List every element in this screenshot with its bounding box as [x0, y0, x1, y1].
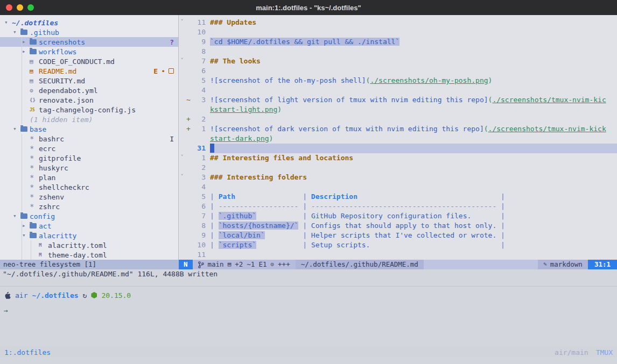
tree-item-workflows[interactable]: ▸workflows	[0, 47, 178, 56]
tree-item-alacritty-toml[interactable]: Malacritty.toml	[0, 240, 178, 250]
apple-icon	[4, 291, 11, 299]
tree-item-github[interactable]: ▾.github	[0, 27, 178, 37]
chevron-right-icon[interactable]: ▸	[22, 221, 30, 231]
text-segment: |	[210, 202, 219, 210]
editor-line[interactable]: 5| Path | Description |	[179, 192, 617, 202]
line-text: kstart-light.png)	[210, 105, 617, 115]
text-segment: |	[210, 241, 219, 249]
indent-guide	[13, 221, 22, 231]
prompt-arrow[interactable]: →	[4, 306, 8, 316]
chevron-down-icon[interactable]: ▾	[22, 231, 30, 240]
modified-dot-icon: •	[161, 67, 165, 75]
indent-guide	[4, 250, 13, 260]
editor-line[interactable]: start-dark.png)	[179, 134, 617, 144]
terminal-window: main:1:.dotfiles - "ks~/.dotfiles" ▾~/.d…	[0, 0, 617, 364]
close-button[interactable]	[6, 4, 12, 11]
chevron-down-icon[interactable]: ▾	[13, 124, 20, 134]
tree-item-huskyrc[interactable]: *huskyrc	[0, 163, 178, 173]
text-segment	[357, 192, 496, 201]
fold-marker	[179, 85, 185, 95]
tree-item-badges: E•	[153, 67, 174, 75]
tree-item-theme-day-toml[interactable]: Mtheme-day.toml	[0, 250, 178, 260]
tmux-pane-divider[interactable]	[0, 286, 617, 287]
editor-line[interactable]: ˇ1## Interesting files and locations	[179, 153, 617, 163]
text-segment	[235, 192, 298, 201]
editor-line[interactable]: 6	[179, 66, 617, 76]
editor-line[interactable]: ˇ7## The looks	[179, 56, 617, 66]
tree-item-bashrc[interactable]: *bashrcI	[0, 134, 178, 144]
git-sign: +	[185, 115, 192, 124]
toml-icon: M	[39, 252, 48, 258]
node-icon	[91, 292, 97, 298]
tree-item-label: zshrc	[39, 203, 60, 211]
editor-line[interactable]: 7| `.github` | GitHub Repository configu…	[179, 211, 617, 221]
fold-marker	[179, 76, 185, 85]
tree-item-dotfiles[interactable]: ▾~/.dotfiles	[0, 18, 178, 27]
tmux-window-name[interactable]: 1:.dotfiles	[4, 348, 51, 356]
tree-item-code-of-conduct-md[interactable]: ▤CODE_OF_CONDUCT.md	[0, 56, 178, 66]
fold-marker: ˇ	[179, 18, 185, 27]
text-segment: `.github`	[219, 212, 256, 220]
tree-item-dependabot-yml[interactable]: ⚙dependabot.yml	[0, 85, 178, 95]
statusline: neo-tree filesystem [1] N main ▤ +2 ~1 E…	[0, 260, 617, 269]
tree-item-config[interactable]: ▾config	[0, 211, 178, 221]
editor-line[interactable]: 9`cd $HOME/.dotfiles && git pull && ./in…	[179, 37, 617, 47]
tree-item-readme-md[interactable]: ▤README.mdE•	[0, 66, 178, 76]
editor-line[interactable]: 6| ------------------- | ---------------…	[179, 202, 617, 211]
indent-guide	[13, 85, 22, 95]
editor-line[interactable]: 10| `scripts` | Setup scripts. |	[179, 240, 617, 250]
tree-item-zshrc[interactable]: *zshrc	[0, 202, 178, 211]
editor-line[interactable]: ˇ11### Updates	[179, 18, 617, 27]
editor-line[interactable]: 11	[179, 250, 617, 260]
editor-line[interactable]: +2	[179, 115, 617, 124]
editor-line[interactable]: 10	[179, 27, 617, 37]
chevron-right-icon[interactable]: ▸	[22, 37, 30, 47]
editor-line[interactable]: 2	[179, 163, 617, 173]
tree-item-1-hidden-item[interactable]: (1 hidden item)	[0, 115, 178, 124]
editor-line[interactable]: +1![screenshot of dark version of tmux w…	[179, 124, 617, 134]
tree-item-zshenv[interactable]: *zshenv	[0, 192, 178, 202]
text-segment: ## Interesting files and locations	[210, 154, 353, 162]
editor-line[interactable]: 8	[179, 47, 617, 56]
editor-line[interactable]: 4	[179, 85, 617, 95]
tree-item-shellcheckrc[interactable]: *shellcheckrc	[0, 182, 178, 192]
chevron-down-icon[interactable]: ▾	[13, 211, 20, 221]
tree-item-ecrc[interactable]: *ecrc	[0, 144, 178, 153]
editor-line[interactable]: ~3![screenshot of light version of tmux …	[179, 95, 617, 105]
tmux-right-status: air/main TMUX	[555, 348, 613, 356]
tree-item-screenshots[interactable]: ▸screenshots?	[0, 37, 178, 47]
chevron-down-icon[interactable]: ▾	[13, 27, 20, 37]
line-text	[210, 47, 617, 56]
editor-line[interactable]: ˇ3### Interesting folders	[179, 173, 617, 182]
tree-item-tag-changelog-config-js[interactable]: JStag-changelog-config.js	[0, 105, 178, 115]
tree-item-renovate-json[interactable]: {}renovate.json	[0, 95, 178, 105]
text-segment	[370, 241, 496, 249]
editor-line[interactable]: 4	[179, 182, 617, 192]
chevron-right-icon[interactable]: ▸	[22, 47, 30, 56]
indent-guide	[13, 37, 22, 47]
text-segment: |	[496, 241, 505, 249]
tree-item-act[interactable]: ▸act	[0, 221, 178, 231]
editor-line[interactable]: 9| `local/bin` | Helper scripts that I'v…	[179, 231, 617, 240]
doc-icon: ▤	[30, 68, 39, 75]
editor-line[interactable]: 5![screenshot of the oh-my-posh shell](.…	[179, 76, 617, 85]
git-sign	[185, 144, 192, 153]
zoom-button[interactable]	[27, 4, 34, 11]
tree-item-gitprofile[interactable]: *gitprofile	[0, 153, 178, 163]
tree-item-alacritty[interactable]: ▾alacritty	[0, 231, 178, 240]
tree-item-label: huskyrc	[39, 164, 68, 172]
editor-line[interactable]: kstart-light.png)	[179, 105, 617, 115]
tree-item-label: plan	[39, 174, 55, 182]
chevron-down-icon[interactable]: ▾	[4, 18, 12, 27]
folder-icon	[20, 126, 30, 132]
tree-item-base[interactable]: ▾base	[0, 124, 178, 134]
minimize-button[interactable]	[17, 4, 23, 11]
filetype-label: markdown	[550, 260, 583, 269]
editor-line[interactable]: 8| `hosts/{hostname}/` | Configs that sh…	[179, 221, 617, 231]
tree-item-label: bashrc	[39, 135, 64, 143]
cursor	[210, 144, 214, 153]
tree-item-security-md[interactable]: ▤SECURITY.md	[0, 76, 178, 85]
tree-item-plan[interactable]: *plan	[0, 173, 178, 182]
editor-line[interactable]: 31	[179, 144, 617, 153]
shell-prompt[interactable]: air ~/.dotfiles ↻ 20.15.0	[0, 290, 131, 301]
